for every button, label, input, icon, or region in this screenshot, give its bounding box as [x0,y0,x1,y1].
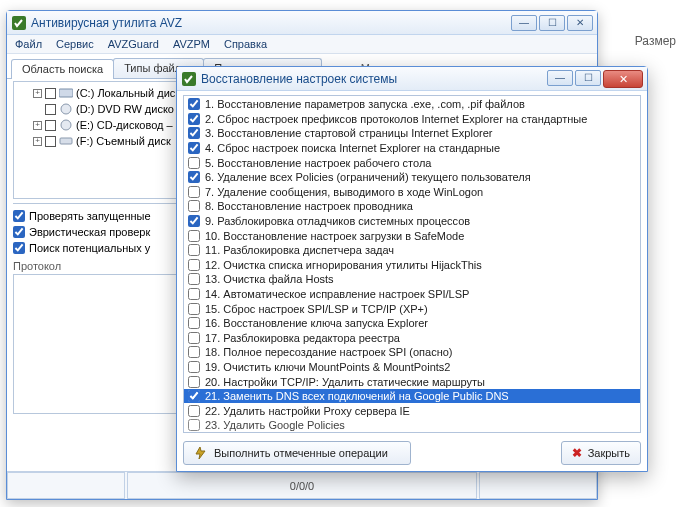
restore-item[interactable]: 17. Разблокировка редактора реестра [184,331,640,346]
main-titlebar[interactable]: Антивирусная утилита AVZ — ☐ ✕ [7,11,597,35]
dialog-maximize-button[interactable]: ☐ [575,70,601,86]
menu-help[interactable]: Справка [224,38,267,50]
restore-item-checkbox[interactable] [188,273,200,285]
bolt-icon [194,446,208,460]
drive-label: (С:) Локальный дис [76,87,175,99]
restore-item-text: 2. Сброс настроек префиксов протоколов I… [205,113,587,125]
restore-item-checkbox[interactable] [188,186,200,198]
restore-item-checkbox[interactable] [188,171,200,183]
restore-item[interactable]: 8. Восстановление настроек проводника [184,199,640,214]
check-potential[interactable] [13,242,25,254]
main-minimize-button[interactable]: — [511,15,537,31]
dialog-close-button[interactable]: ✕ [603,70,643,88]
restore-dialog: Восстановление настроек системы — ☐ ✕ 1.… [176,66,648,472]
restore-item-checkbox[interactable] [188,303,200,315]
restore-item[interactable]: 3. Восстановление стартовой страницы Int… [184,126,640,141]
dialog-button-bar: Выполнить отмеченные операции ✖ Закрыть [183,441,641,465]
restore-item-text: 23. Удалить Google Policies [205,419,345,431]
restore-item[interactable]: 16. Восстановление ключа запуска Explore… [184,316,640,331]
restore-item-checkbox[interactable] [188,317,200,329]
restore-item[interactable]: 4. Сброс настроек поиска Internet Explor… [184,141,640,156]
restore-item-checkbox[interactable] [188,288,200,300]
restore-item[interactable]: 9. Разблокировка отладчиков системных пр… [184,214,640,229]
cd-icon [59,119,73,131]
restore-item-text: 13. Очистка файла Hosts [205,273,334,285]
close-button[interactable]: ✖ Закрыть [561,441,641,465]
restore-item[interactable]: 12. Очистка списка игнорирования утилиты… [184,258,640,273]
restore-item-text: 21. Заменить DNS всех подключений на Goo… [205,390,509,402]
restore-item[interactable]: 22. Удалить настройки Proxy сервера IE [184,403,640,418]
restore-item[interactable]: 15. Сброс настроек SPI/LSP и TCP/IP (XP+… [184,301,640,316]
expand-icon[interactable]: + [33,89,42,98]
restore-item-checkbox[interactable] [188,405,200,417]
restore-item-checkbox[interactable] [188,346,200,358]
status-cell [7,472,125,499]
main-maximize-button[interactable]: ☐ [539,15,565,31]
restore-item-checkbox[interactable] [188,419,200,431]
restore-item-text: 1. Восстановление параметров запуска .ex… [205,98,525,110]
restore-item-checkbox[interactable] [188,230,200,242]
svg-rect-1 [59,89,73,97]
restore-item-checkbox[interactable] [188,390,200,402]
restore-item-checkbox[interactable] [188,332,200,344]
close-x-icon: ✖ [572,446,582,460]
check-running[interactable] [13,210,25,222]
dialog-minimize-button[interactable]: — [547,70,573,86]
main-close-button[interactable]: ✕ [567,15,593,31]
restore-item[interactable]: 19. Очистить ключи MountPoints & MountPo… [184,360,640,375]
restore-item[interactable]: 21. Заменить DNS всех подключений на Goo… [184,389,640,404]
restore-item-checkbox[interactable] [188,98,200,110]
restore-item-text: 9. Разблокировка отладчиков системных пр… [205,215,470,227]
restore-item[interactable]: 2. Сброс настроек префиксов протоколов I… [184,112,640,127]
restore-item-checkbox[interactable] [188,215,200,227]
drive-checkbox[interactable] [45,120,56,131]
menu-avzpm[interactable]: AVZPM [173,38,210,50]
restore-item[interactable]: 5. Восстановление настроек рабочего стол… [184,155,640,170]
menu-file[interactable]: Файл [15,38,42,50]
execute-button[interactable]: Выполнить отмеченные операции [183,441,411,465]
menu-service[interactable]: Сервис [56,38,94,50]
tab-search-area[interactable]: Область поиска [11,59,114,79]
restore-item[interactable]: 10. Восстановление настроек загрузки в S… [184,228,640,243]
restore-item-text: 10. Восстановление настроек загрузки в S… [205,230,464,242]
restore-item[interactable]: 14. Автоматическое исправление настроек … [184,287,640,302]
expand-icon[interactable]: + [33,121,42,130]
restore-item[interactable]: 6. Удаление всех Policies (ограничений) … [184,170,640,185]
restore-item-checkbox[interactable] [188,113,200,125]
drive-checkbox[interactable] [45,88,56,99]
svg-rect-4 [60,138,72,144]
restore-item-text: 12. Очистка списка игнорирования утилиты… [205,259,482,271]
svg-point-3 [61,120,71,130]
restore-item-text: 8. Восстановление настроек проводника [205,200,413,212]
drive-checkbox[interactable] [45,136,56,147]
check-heuristic[interactable] [13,226,25,238]
restore-item-text: 20. Настройки TCP/IP: Удалить статически… [205,376,485,388]
dialog-titlebar[interactable]: Восстановление настроек системы — ☐ ✕ [177,67,647,91]
menubar: Файл Сервис AVZGuard AVZPM Справка [7,35,597,54]
expand-icon[interactable]: + [33,137,42,146]
drive-checkbox[interactable] [45,104,56,115]
restore-item-checkbox[interactable] [188,259,200,271]
menu-avzguard[interactable]: AVZGuard [108,38,159,50]
restore-item-checkbox[interactable] [188,376,200,388]
restore-item[interactable]: 1. Восстановление параметров запуска .ex… [184,97,640,112]
restore-item-checkbox[interactable] [188,361,200,373]
restore-item-checkbox[interactable] [188,157,200,169]
restore-item-checkbox[interactable] [188,142,200,154]
restore-item-text: 18. Полное пересоздание настроек SPI (оп… [205,346,453,358]
restore-item[interactable]: 20. Настройки TCP/IP: Удалить статически… [184,374,640,389]
dialog-title: Восстановление настроек системы [201,72,547,86]
dvd-icon [59,103,73,115]
restore-item-text: 15. Сброс настроек SPI/LSP и TCP/IP (XP+… [205,303,428,315]
restore-item[interactable]: 18. Полное пересоздание настроек SPI (оп… [184,345,640,360]
restore-item[interactable]: 11. Разблокировка диспетчера задач [184,243,640,258]
restore-item-checkbox[interactable] [188,244,200,256]
restore-item-checkbox[interactable] [188,127,200,139]
restore-item[interactable]: 13. Очистка файла Hosts [184,272,640,287]
restore-list[interactable]: 1. Восстановление параметров запуска .ex… [183,95,641,433]
restore-item-text: 4. Сброс настроек поиска Internet Explor… [205,142,500,154]
restore-item-checkbox[interactable] [188,200,200,212]
right-fragment-text: Размер [635,34,676,48]
restore-item[interactable]: 7. Удаление сообщения, выводимого в ходе… [184,185,640,200]
restore-item[interactable]: 23. Удалить Google Policies [184,418,640,433]
